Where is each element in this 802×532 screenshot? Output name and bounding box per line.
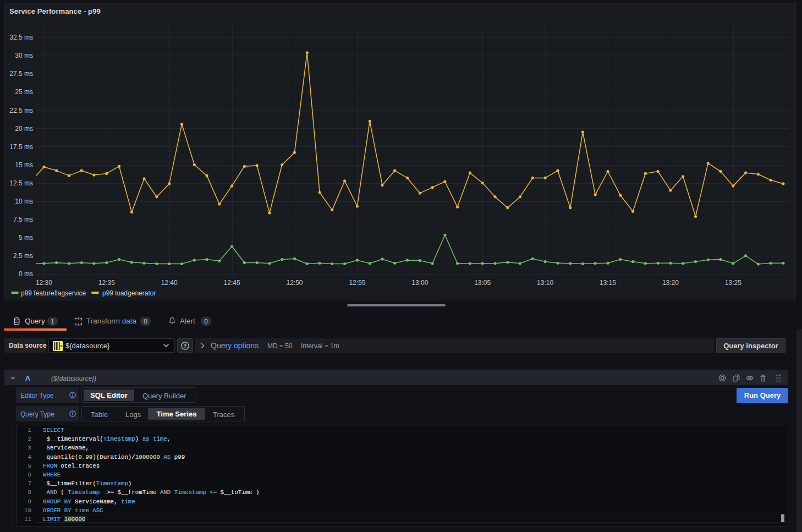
svg-text:15 ms: 15 ms xyxy=(15,161,33,169)
svg-text:13:00: 13:00 xyxy=(411,279,428,287)
svg-text:0 ms: 0 ms xyxy=(19,270,33,278)
svg-text:2.5 ms: 2.5 ms xyxy=(13,252,33,260)
svg-text:12:45: 12:45 xyxy=(224,279,240,287)
svg-text:12.5 ms: 12.5 ms xyxy=(9,179,33,187)
svg-text:22.5 ms: 22.5 ms xyxy=(9,107,33,114)
svg-text:5 ms: 5 ms xyxy=(19,234,33,242)
svg-text:32.5 ms: 32.5 ms xyxy=(9,34,33,41)
svg-text:30 ms: 30 ms xyxy=(15,52,33,59)
svg-text:12:50: 12:50 xyxy=(286,279,303,287)
svg-text:13:25: 13:25 xyxy=(725,279,741,287)
svg-text:10 ms: 10 ms xyxy=(15,198,33,205)
svg-text:13:15: 13:15 xyxy=(600,279,616,287)
svg-text:7.5 ms: 7.5 ms xyxy=(13,216,33,223)
svg-text:p99 featureflagservice: p99 featureflagservice xyxy=(21,289,86,297)
svg-text:25 ms: 25 ms xyxy=(15,88,33,96)
svg-text:12:30: 12:30 xyxy=(36,279,52,287)
svg-text:27.5 ms: 27.5 ms xyxy=(9,70,33,78)
svg-text:p99 loadgenerator: p99 loadgenerator xyxy=(102,289,156,297)
svg-text:13:05: 13:05 xyxy=(474,279,491,287)
svg-text:13:20: 13:20 xyxy=(662,279,679,287)
svg-text:12:55: 12:55 xyxy=(349,279,365,287)
svg-text:12:40: 12:40 xyxy=(161,279,178,287)
svg-text:17.5 ms: 17.5 ms xyxy=(9,143,33,151)
svg-text:20 ms: 20 ms xyxy=(15,125,33,133)
svg-text:13:10: 13:10 xyxy=(537,279,553,287)
svg-text:12:35: 12:35 xyxy=(98,279,115,287)
svg-text:?: ? xyxy=(184,343,187,348)
